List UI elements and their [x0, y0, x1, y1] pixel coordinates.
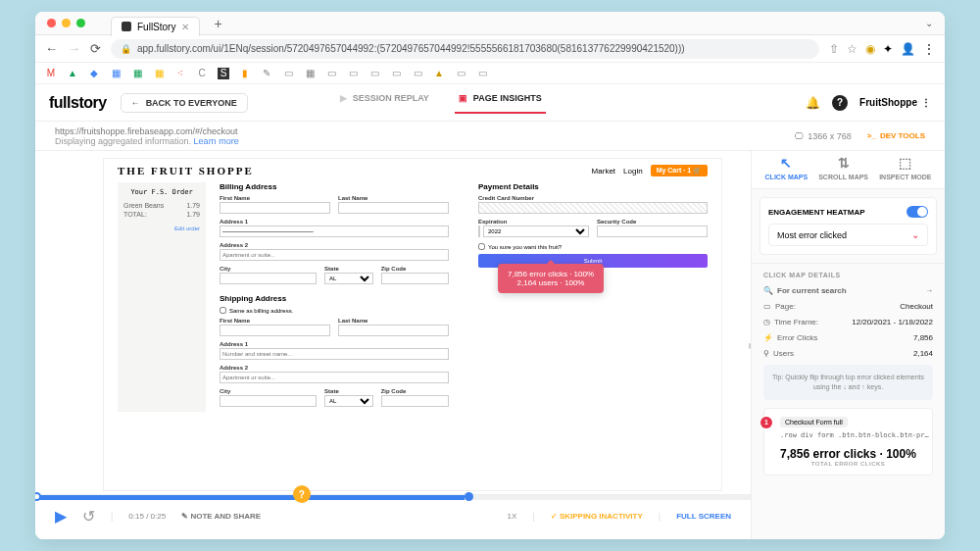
bookmark-icon[interactable]: ▲: [67, 68, 78, 79]
ship-last-name-input[interactable]: [338, 325, 449, 336]
zip-input[interactable]: [381, 273, 449, 284]
bookmark-icon[interactable]: ▲: [433, 68, 445, 79]
dev-tools-button[interactable]: >_ DEV TOOLS: [867, 131, 925, 140]
bookmark-icon[interactable]: ▭: [390, 68, 402, 79]
bookmark-icon[interactable]: ▭: [347, 68, 359, 79]
arrow-right-icon: →: [925, 286, 933, 295]
skip-inactivity-button[interactable]: ✓ SKIPPING INACTIVITY: [551, 512, 643, 521]
users-icon: ⚲: [763, 349, 769, 358]
bell-icon[interactable]: 🔔: [806, 96, 820, 110]
same-address-checkbox[interactable]: [220, 307, 226, 314]
bookmark-icon[interactable]: ▭: [476, 68, 488, 79]
bookmark-icon[interactable]: ⁖: [174, 68, 186, 79]
help-icon[interactable]: ?: [832, 95, 848, 111]
last-name-input[interactable]: [338, 202, 449, 214]
bookmark-icon[interactable]: ▦: [131, 68, 143, 79]
minimize-window-icon[interactable]: [62, 19, 71, 27]
timeline[interactable]: ?: [35, 495, 751, 500]
arrow-left-icon: ←: [131, 98, 140, 108]
address2-input[interactable]: [220, 249, 449, 261]
shipping-heading: Shipping Address: [220, 294, 449, 303]
ship-first-name-input[interactable]: [220, 325, 330, 336]
heatmap-title: ENGAGEMENT HEATMAP: [768, 208, 865, 217]
heatmap-dropdown[interactable]: Most error clicked ⌄: [768, 224, 928, 246]
error-card[interactable]: 1 Checkout Form full .row div form .btn.…: [763, 408, 933, 476]
address1-input[interactable]: [220, 225, 449, 237]
heatmap-toggle[interactable]: [906, 206, 928, 218]
ship-address2-input[interactable]: [220, 372, 449, 383]
fullscreen-button[interactable]: FULL SCREEN: [676, 512, 731, 521]
exp-year-select[interactable]: 2022: [483, 225, 589, 237]
play-button[interactable]: ▶: [55, 507, 67, 526]
card-input[interactable]: [478, 202, 708, 214]
reload-icon[interactable]: ⟳: [90, 41, 101, 56]
bookmark-icon[interactable]: ▭: [455, 68, 466, 79]
learn-more-link[interactable]: Learn more: [194, 136, 239, 146]
bookmark-icon[interactable]: M: [45, 68, 57, 79]
mode-click-maps[interactable]: ↖CLICK MAPS: [765, 155, 808, 180]
first-name-input[interactable]: [220, 202, 330, 214]
note-share-button[interactable]: ✎ NOTE AND SHARE: [181, 512, 261, 521]
bookmark-icon[interactable]: ▭: [282, 68, 294, 79]
tab-page-insights[interactable]: ▣ PAGE INSIGHTS: [459, 93, 542, 113]
order-summary: Your F.S. Order Green Beans1.79 TOTAL:1.…: [118, 182, 206, 412]
bookmark-icon[interactable]: ▦: [110, 68, 122, 79]
menu-icon[interactable]: ⋮: [923, 42, 935, 56]
ship-address1-input[interactable]: [220, 348, 449, 360]
bookmark-icon[interactable]: S: [218, 68, 229, 79]
bookmark-icon[interactable]: ▮: [239, 68, 251, 79]
timeline-marker[interactable]: ?: [293, 485, 311, 503]
timeline-playhead[interactable]: [465, 492, 473, 501]
speed-button[interactable]: 1X: [508, 512, 517, 521]
insights-icon: ▣: [459, 93, 467, 103]
share-icon[interactable]: ⇧: [829, 42, 839, 56]
star-icon[interactable]: ☆: [847, 42, 858, 56]
new-tab-button[interactable]: +: [214, 16, 221, 31]
rewind-button[interactable]: ↺: [82, 507, 95, 526]
extensions-icon[interactable]: ✦: [883, 42, 893, 56]
bookmark-icon[interactable]: ▭: [412, 68, 423, 79]
bookmark-icon[interactable]: ▦: [304, 68, 316, 79]
maximize-window-icon[interactable]: [76, 19, 85, 27]
mode-inspect[interactable]: ⬚INSPECT MODE: [879, 155, 931, 180]
ship-zip-input[interactable]: [381, 395, 449, 407]
bookmark-icon[interactable]: C: [196, 68, 208, 79]
close-tab-icon[interactable]: ✕: [181, 22, 189, 32]
play-icon: ▶: [340, 93, 347, 103]
cart-button[interactable]: My Cart · 1 🛒: [651, 165, 708, 176]
search-row[interactable]: 🔍For current search→: [763, 286, 933, 295]
market-link[interactable]: Market: [592, 167, 615, 175]
url-field[interactable]: 🔒 app.fullstory.com/ui/1ENq/session/5720…: [111, 39, 819, 59]
bookmark-icon[interactable]: ✎: [261, 68, 272, 79]
cvv-input[interactable]: [597, 225, 708, 237]
browser-tab[interactable]: FullStory ✕: [111, 17, 200, 36]
ship-city-input[interactable]: [220, 395, 317, 407]
close-window-icon[interactable]: [47, 19, 56, 27]
subtitle: Displaying aggregated information.: [55, 136, 191, 146]
bookmark-icon[interactable]: ◆: [88, 68, 100, 79]
url-text: app.fullstory.com/ui/1ENq/session/572049…: [137, 43, 685, 54]
forward-icon[interactable]: →: [68, 41, 80, 56]
bookmark-icon[interactable]: ▭: [325, 68, 337, 79]
ship-state-select[interactable]: AL: [324, 395, 373, 407]
city-input[interactable]: [220, 273, 317, 284]
tab-session-replay[interactable]: ▶ SESSION REPLAY: [340, 93, 429, 113]
viewport-dimensions: 🖵 1366 x 768: [795, 131, 852, 141]
bookmark-icon[interactable]: ▭: [368, 68, 380, 79]
bookmark-icon[interactable]: ▦: [153, 68, 165, 79]
chevron-down-icon[interactable]: ⌄: [925, 18, 933, 28]
mode-scroll-maps[interactable]: ⇅SCROLL MAPS: [818, 155, 868, 180]
scroll-arrow-icon[interactable]: ▶: [749, 341, 751, 350]
confirm-checkbox[interactable]: [478, 243, 485, 250]
page-preview-area: THE FRUIT SHOPPE Market Login My Cart · …: [35, 151, 751, 539]
user-menu[interactable]: FruitShoppe ⋮: [859, 97, 931, 108]
address-bar: ← → ⟳ 🔒 app.fullstory.com/ui/1ENq/sessio…: [35, 35, 945, 63]
ext-icon-1[interactable]: ◉: [865, 42, 875, 56]
edit-order-link[interactable]: Edit order: [123, 225, 200, 231]
state-select[interactable]: AL: [324, 273, 373, 284]
back-to-everyone-button[interactable]: ← BACK TO EVERYONE: [121, 93, 248, 113]
profile-icon[interactable]: 👤: [901, 42, 915, 56]
login-link[interactable]: Login: [623, 167, 643, 175]
back-icon[interactable]: ←: [45, 41, 58, 56]
exp-month-select[interactable]: 1: [478, 225, 480, 237]
